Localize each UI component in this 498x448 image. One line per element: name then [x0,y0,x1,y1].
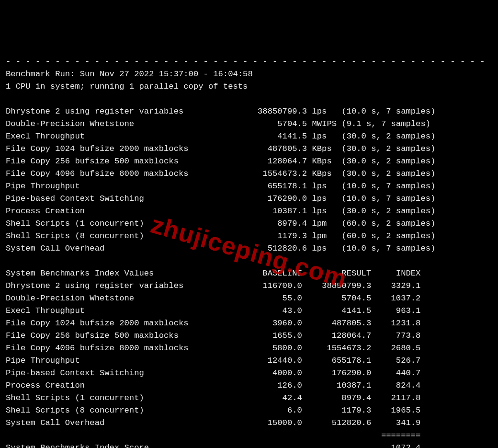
terminal-output: - - - - - - - - - - - - - - - - - - - - … [6,56,492,448]
